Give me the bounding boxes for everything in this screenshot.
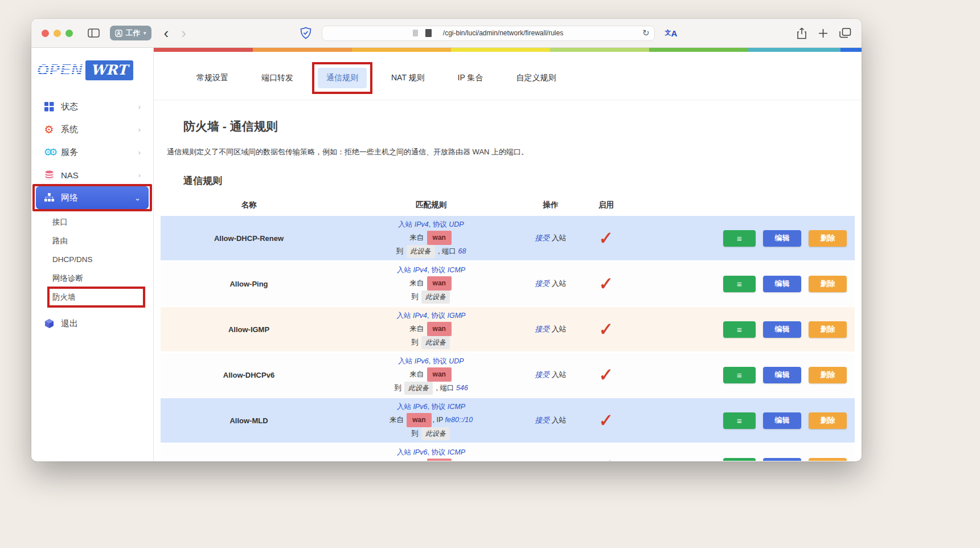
col-header-action: 操作 [525, 200, 576, 210]
traffic-lights [42, 30, 73, 37]
close-window-button[interactable] [42, 30, 49, 37]
tab-2[interactable]: 通信规则 [318, 68, 367, 88]
submenu-item-firewall[interactable]: 防火墙 [31, 288, 153, 306]
sidebar-item-network[interactable]: 网络 ⌄ [36, 186, 149, 209]
rules-table: 名称 匹配规则 操作 启用 Allow-DHCP-Renew 入站 IPv4, … [161, 195, 855, 461]
submenu-item-label: 防火墙 [52, 292, 76, 302]
tab-3[interactable]: NAT 规则 [383, 68, 433, 88]
rule-name: Allow-DHCP-Renew [161, 234, 337, 243]
table-row: Allow-IGMP 入站 IPv4, 协议 IGMP 来自 wan 到 此设备… [161, 306, 855, 351]
minimize-window-button[interactable] [54, 30, 61, 37]
tab-label: IP 集合 [458, 73, 483, 82]
sidebar-item-system[interactable]: ⚙ 系统 › [36, 118, 149, 141]
share-icon[interactable] [797, 27, 807, 39]
tab-0[interactable]: 常规设置 [188, 68, 237, 88]
back-button[interactable]: ‹ [164, 26, 169, 40]
submenu-item-diagnostics[interactable]: 网络诊断 [31, 269, 153, 288]
rule-buttons: ≡ 编辑 删除 [636, 367, 855, 383]
enabled-checkmark[interactable]: ✓ [599, 410, 613, 431]
firewall-tabbar: 常规设置 端口转发 通信规则 NAT 规则 IP 集合 自定义规则 [154, 52, 862, 100]
rule-enable: ✓ [576, 365, 636, 385]
submenu-item-label: 网络诊断 [52, 273, 83, 284]
redacted-host-blocks [413, 29, 432, 37]
enabled-checkmark[interactable]: ✓ [599, 365, 613, 386]
tab-5[interactable]: 自定义规则 [507, 68, 564, 88]
enabled-checkmark[interactable]: ✓ [599, 273, 613, 295]
delete-button[interactable]: 删除 [809, 230, 847, 247]
translate-icon[interactable]: 文A [665, 28, 678, 38]
device-badge: 此设备 [421, 427, 450, 440]
enabled-checkmark[interactable]: ✓ [599, 228, 613, 249]
rainbow-strip [154, 48, 862, 52]
forward-button[interactable]: › [181, 26, 186, 40]
submenu-item-routes[interactable]: 路由 [31, 231, 153, 250]
sort-button[interactable]: ≡ [723, 367, 756, 383]
table-row: Allow-ICMPv6-Input 入站 IPv6, 协议 ICMP 来自 w… [161, 443, 855, 461]
tab-group-button[interactable]: 工作 ▾ [110, 26, 151, 40]
enabled-checkmark[interactable]: ✓ [599, 319, 613, 340]
delete-button[interactable]: 删除 [809, 321, 847, 338]
sidebar-toggle-icon[interactable] [88, 28, 100, 38]
submenu-item-dhcp-dns[interactable]: DHCP/DNS [31, 250, 153, 269]
sort-button[interactable]: ≡ [723, 321, 756, 338]
edit-button[interactable]: 编辑 [763, 367, 801, 383]
rule-match: 入站 IPv6, 协议 ICMP 来自 wan 到 此设备 [337, 447, 525, 461]
rule-enable: ✓ [576, 411, 636, 430]
tab-group-label: 工作 [126, 28, 140, 38]
main-content: 常规设置 端口转发 通信规则 NAT 规则 IP 集合 自定义规则 防火墙 - … [154, 48, 862, 461]
edit-button[interactable]: 编辑 [763, 321, 801, 338]
delete-button[interactable]: 删除 [809, 458, 847, 461]
sort-button[interactable]: ≡ [723, 230, 756, 247]
edit-button[interactable]: 编辑 [763, 412, 801, 429]
sidebar-item-services[interactable]: ⚙⚙ 服务 › [36, 141, 149, 163]
sidebar-item-label: 退出 [61, 318, 141, 329]
chevron-right-icon: › [138, 148, 141, 157]
sidebar-item-nas[interactable]: NAS › [36, 163, 149, 186]
chevron-down-icon: ⌄ [134, 194, 141, 202]
sort-button[interactable]: ≡ [723, 412, 756, 429]
url-bar[interactable]: /cgi-bin/luci/admin/network/firewall/rul… [322, 26, 655, 41]
new-tab-icon[interactable] [818, 28, 828, 38]
rule-enable: ✓ [576, 320, 636, 339]
rule-match-line2: 来自 wan [337, 367, 525, 382]
edit-button[interactable]: 编辑 [763, 276, 801, 292]
delete-button[interactable]: 删除 [809, 276, 847, 292]
chevron-right-icon: › [138, 125, 141, 134]
privacy-shield-icon[interactable] [300, 27, 311, 39]
sort-button[interactable]: ≡ [723, 276, 756, 292]
rule-match-line3: 到 此设备 , 端口 68 [337, 245, 525, 258]
rule-action: 接受 入站 [525, 370, 576, 380]
network-submenu: 接口 路由 DHCP/DNS 网络诊断 防火墙 [31, 209, 153, 308]
rule-name: Allow-Ping [161, 280, 337, 288]
edit-button[interactable]: 编辑 [763, 230, 801, 247]
device-badge: 此设备 [407, 245, 435, 258]
rule-match-line1: 入站 IPv4, 协议 UDP [337, 219, 525, 231]
delete-button[interactable]: 删除 [809, 412, 847, 429]
sidebar-item-status[interactable]: 状态 › [36, 95, 149, 118]
submenu-item-interfaces[interactable]: 接口 [31, 212, 153, 231]
tab-1[interactable]: 端口转发 [253, 68, 302, 88]
sidebar: OPEN WRT 状态 › ⚙ 系统 › ⚙⚙ 服 [31, 48, 154, 461]
edit-button[interactable]: 编辑 [763, 458, 801, 461]
enabled-checkmark[interactable]: ✓ [599, 456, 613, 461]
reload-icon[interactable]: ↻ [642, 28, 650, 38]
sidebar-item-logout[interactable]: 退出 [36, 312, 149, 335]
table-header-row: 名称 匹配规则 操作 启用 [161, 195, 855, 215]
device-badge: 此设备 [421, 336, 450, 349]
sidebar-item-label: 网络 [61, 193, 128, 203]
rule-name: Allow-IGMP [161, 325, 337, 334]
rules-rows: Allow-DHCP-Renew 入站 IPv4, 协议 UDP 来自 wan … [161, 215, 855, 461]
tab-label: 端口转发 [261, 73, 293, 82]
rule-buttons: ≡ 编辑 删除 [636, 230, 855, 247]
sidebar-item-label: NAS [61, 170, 132, 180]
rule-match-line3: 到 此设备 [337, 336, 525, 349]
openwrt-logo: OPEN WRT [37, 60, 153, 80]
page-title: 防火墙 - 通信规则 [183, 118, 862, 134]
tab-4[interactable]: IP 集合 [449, 68, 492, 88]
zone-badge: wan [427, 322, 452, 336]
sort-button[interactable]: ≡ [723, 458, 756, 461]
zoom-window-button[interactable] [65, 30, 73, 37]
rule-match-line3: 到 此设备 , 端口 546 [337, 382, 525, 395]
tab-overview-icon[interactable] [839, 28, 851, 38]
delete-button[interactable]: 删除 [809, 367, 847, 383]
